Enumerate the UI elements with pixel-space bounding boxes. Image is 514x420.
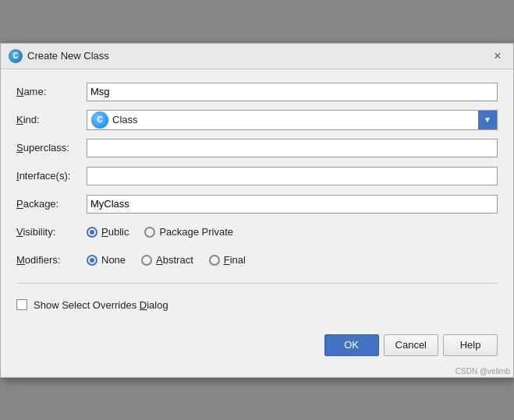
modifiers-label: Modifiers:: [16, 254, 87, 266]
modifiers-none-option[interactable]: None: [87, 254, 126, 266]
show-overrides-checkbox[interactable]: [16, 299, 27, 310]
show-overrides-label: Show Select Overrides Dialog: [34, 299, 168, 311]
visibility-row: Visibility: Public Package Private: [16, 222, 498, 242]
watermark: CSDN @velimb: [1, 367, 513, 377]
name-row: Name:: [16, 82, 498, 102]
divider: [16, 283, 498, 284]
visibility-package-private-radio[interactable]: [144, 227, 155, 238]
visibility-package-private-label: Package Private: [159, 226, 233, 238]
interfaces-row: Interface(s):: [16, 166, 498, 186]
dialog-title: Create New Class: [27, 50, 109, 62]
package-label: Package:: [16, 198, 87, 210]
kind-label: Kind:: [16, 114, 87, 125]
modifiers-none-radio[interactable]: [87, 255, 97, 266]
modifiers-row: Modifiers: None Abstract Final: [16, 250, 498, 270]
visibility-radio-group: Public Package Private: [87, 226, 498, 238]
cancel-button[interactable]: Cancel: [384, 334, 438, 356]
dialog-content: Name: Kind: C Class ▼ Superclass:: [1, 69, 513, 326]
package-row: Package:: [16, 194, 498, 214]
kind-select-wrap: C Class ▼: [87, 110, 498, 130]
close-button[interactable]: ×: [490, 48, 505, 64]
superclass-row: Superclass:: [16, 138, 498, 158]
package-input-wrap: [87, 195, 498, 214]
visibility-public-label: Public: [101, 226, 129, 238]
modifiers-radio-group: None Abstract Final: [87, 254, 498, 266]
name-input-wrap: [87, 83, 498, 101]
kind-value-text: Class: [112, 114, 478, 125]
interfaces-input[interactable]: [87, 167, 498, 185]
dialog-icon: C: [9, 49, 23, 63]
modifiers-final-option[interactable]: Final: [209, 254, 246, 266]
modifiers-abstract-label: Abstract: [156, 254, 193, 266]
help-button[interactable]: Help: [443, 334, 498, 356]
modifiers-final-radio[interactable]: [209, 255, 220, 266]
modifiers-final-label: Final: [224, 254, 246, 266]
dialog-footer: OK Cancel Help: [1, 326, 513, 367]
superclass-label: Superclass:: [16, 142, 87, 154]
visibility-label: Visibility:: [16, 226, 87, 238]
superclass-input-wrap: [87, 139, 498, 157]
interfaces-label: Interface(s):: [16, 170, 87, 182]
visibility-package-private-option[interactable]: Package Private: [144, 226, 233, 238]
show-overrides-row: Show Select Overrides Dialog: [16, 296, 498, 314]
create-class-dialog: C Create New Class × Name: Kind: C Class: [0, 43, 514, 378]
name-input[interactable]: [87, 83, 498, 101]
kind-row: Kind: C Class ▼: [16, 110, 498, 130]
name-label: Name:: [16, 86, 87, 97]
superclass-input[interactable]: [87, 139, 498, 157]
package-input[interactable]: [87, 195, 498, 214]
title-bar: C Create New Class ×: [1, 44, 513, 69]
modifiers-none-label: None: [101, 254, 126, 266]
interfaces-input-wrap: [87, 167, 498, 185]
visibility-public-radio[interactable]: [87, 227, 97, 238]
modifiers-abstract-radio[interactable]: [141, 255, 152, 266]
ok-button[interactable]: OK: [324, 334, 379, 356]
visibility-public-option[interactable]: Public: [87, 226, 129, 238]
kind-dropdown-button[interactable]: ▼: [478, 111, 497, 129]
kind-class-icon: C: [91, 111, 108, 129]
title-bar-left: C Create New Class: [9, 49, 109, 63]
kind-select[interactable]: C Class ▼: [87, 110, 498, 130]
modifiers-abstract-option[interactable]: Abstract: [141, 254, 193, 266]
